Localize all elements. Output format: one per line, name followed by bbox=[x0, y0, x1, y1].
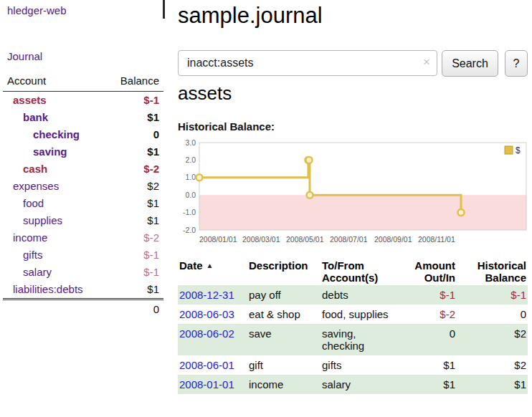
register-row: 2008-01-01 income salary $1 $1 bbox=[178, 375, 528, 394]
accounts-header: To/From Account(s) bbox=[320, 258, 395, 285]
y-tick-label: -2.0 bbox=[183, 226, 196, 234]
accounts-column-header: Account bbox=[7, 74, 46, 88]
x-axis-label: 2008/09/01 bbox=[374, 235, 415, 244]
account-row: saving $1 bbox=[3, 143, 163, 160]
transaction-accounts: salary bbox=[320, 375, 395, 394]
transaction-date-link[interactable]: 2008-06-01 bbox=[179, 359, 234, 371]
transaction-date-link[interactable]: 2008-01-01 bbox=[179, 378, 234, 390]
account-link[interactable]: bank bbox=[3, 109, 48, 126]
accounts-tree: Account Balance assets $-1 bank $1 check… bbox=[3, 74, 163, 317]
account-balance: 0 bbox=[153, 126, 159, 143]
transaction-balance: $2 bbox=[457, 324, 528, 355]
sort-ascending-icon: ▲ bbox=[206, 262, 214, 269]
transaction-balance: $1 bbox=[457, 375, 528, 394]
account-link[interactable]: expenses bbox=[3, 178, 59, 195]
account-row: income $-2 bbox=[3, 229, 163, 246]
register-row: 2008-06-02 save saving, checking 0 $2 bbox=[178, 324, 528, 355]
chart-marker bbox=[306, 157, 313, 163]
account-row: cash $-2 bbox=[3, 160, 163, 178]
page-title: sample.journal bbox=[178, 1, 323, 30]
y-tick-label: 1.0 bbox=[185, 173, 196, 181]
transaction-date-link[interactable]: 2008-12-31 bbox=[179, 289, 234, 301]
y-tick-label: -1.0 bbox=[183, 208, 196, 216]
transaction-description: gift bbox=[247, 355, 320, 375]
x-axis-label: 2008/05/01 bbox=[286, 235, 327, 244]
transaction-amount: $1 bbox=[395, 375, 457, 394]
search-input-wrap: × bbox=[178, 50, 437, 76]
register-section: Date▲ Description To/From Account(s) Amo… bbox=[178, 258, 528, 394]
register-body: 2008-12-31 pay off debts $-1 $-1 2008-06… bbox=[178, 285, 528, 394]
search-input[interactable] bbox=[186, 52, 417, 74]
main-content: sample.journal × Search ? assets Histori… bbox=[178, 0, 528, 417]
transaction-description: save bbox=[247, 324, 320, 355]
account-balance: $-1 bbox=[143, 264, 159, 281]
chart-marker bbox=[307, 192, 313, 198]
transaction-date-link[interactable]: 2008-06-02 bbox=[179, 327, 234, 340]
search-bar: × Search ? bbox=[178, 50, 528, 77]
account-balance: $-2 bbox=[143, 229, 159, 246]
register-table: Date▲ Description To/From Account(s) Amo… bbox=[178, 258, 528, 394]
account-balance: $1 bbox=[147, 109, 159, 126]
transaction-balance: $2 bbox=[457, 355, 528, 375]
legend-swatch bbox=[505, 146, 513, 154]
account-balance: $1 bbox=[147, 195, 159, 212]
account-link[interactable]: saving bbox=[3, 143, 67, 160]
chart-marker bbox=[196, 174, 203, 181]
chart-marker bbox=[458, 209, 465, 216]
account-link[interactable]: gifts bbox=[3, 246, 43, 264]
search-button[interactable]: Search bbox=[442, 50, 498, 77]
account-link[interactable]: income bbox=[3, 229, 47, 246]
description-header: Description bbox=[247, 258, 320, 285]
accounts-total-row: 0 bbox=[3, 298, 163, 317]
account-row: liabilities:debts $1 bbox=[3, 281, 163, 298]
account-link[interactable]: checking bbox=[3, 126, 80, 143]
x-axis-label: 2008/03/01 bbox=[242, 235, 283, 244]
sidebar-item-journal[interactable]: Journal bbox=[7, 50, 42, 62]
x-axis-label: 2008/11/01 bbox=[418, 235, 459, 244]
y-tick-label: 2.0 bbox=[185, 155, 196, 164]
account-link[interactable]: food bbox=[3, 195, 44, 212]
transaction-description: eat & shop bbox=[247, 305, 320, 324]
chart-title: Historical Balance: bbox=[178, 120, 275, 133]
account-link[interactable]: liabilities:debts bbox=[3, 281, 83, 298]
transaction-balance: 0 bbox=[457, 305, 528, 324]
register-row: 2008-06-03 eat & shop food, supplies $-2… bbox=[178, 305, 528, 324]
account-balance: $-1 bbox=[143, 92, 159, 109]
account-row: gifts $-1 bbox=[3, 246, 163, 264]
y-tick-label: 0.0 bbox=[185, 191, 196, 199]
account-rows: assets $-1 bank $1 checking 0 saving $1 … bbox=[3, 92, 163, 298]
accounts-table-header: Account Balance bbox=[3, 74, 163, 92]
account-link[interactable]: supplies bbox=[3, 212, 62, 229]
transaction-amount: 0 bbox=[395, 324, 457, 355]
sidebar: hledger-web Journal Account Balance asse… bbox=[0, 0, 166, 417]
account-row: food $1 bbox=[3, 195, 163, 212]
transaction-date-link[interactable]: 2008-06-03 bbox=[179, 308, 234, 320]
register-row: 2008-06-01 gift gifts $1 $2 bbox=[178, 355, 528, 375]
transaction-accounts: food, supplies bbox=[320, 305, 395, 324]
transaction-balance: $-1 bbox=[457, 285, 528, 305]
transaction-amount: $-2 bbox=[395, 305, 457, 324]
x-axis-label: 2008/07/01 bbox=[330, 235, 371, 244]
balance-column-header: Balance bbox=[120, 74, 159, 88]
account-row: expenses $2 bbox=[3, 178, 163, 195]
help-button[interactable]: ? bbox=[505, 50, 528, 77]
account-link[interactable]: cash bbox=[3, 160, 47, 178]
transaction-amount: $1 bbox=[395, 355, 457, 375]
account-balance: $-2 bbox=[143, 160, 159, 178]
account-row: bank $1 bbox=[3, 109, 163, 126]
account-link[interactable]: assets bbox=[3, 92, 47, 109]
app-title-link[interactable]: hledger-web bbox=[7, 4, 67, 16]
historical-balance-chart: 3.02.01.00.0-1.0-2.0$ 2008/01/012008/03/… bbox=[178, 139, 528, 246]
account-balance: $2 bbox=[147, 178, 159, 195]
clear-search-icon[interactable]: × bbox=[423, 55, 430, 70]
sidebar-divider bbox=[163, 0, 165, 19]
register-row: 2008-12-31 pay off debts $-1 $-1 bbox=[178, 285, 528, 305]
balance-chart-svg: 3.02.01.00.0-1.0-2.0$ bbox=[178, 139, 528, 234]
account-balance: $1 bbox=[147, 143, 159, 160]
date-header-label: Date bbox=[179, 259, 203, 272]
date-sort-header[interactable]: Date▲ bbox=[178, 258, 247, 285]
transaction-amount: $-1 bbox=[395, 285, 457, 305]
account-link[interactable]: salary bbox=[3, 264, 52, 281]
account-row: assets $-1 bbox=[3, 92, 163, 109]
amount-header: Amount Out/In bbox=[395, 258, 457, 285]
